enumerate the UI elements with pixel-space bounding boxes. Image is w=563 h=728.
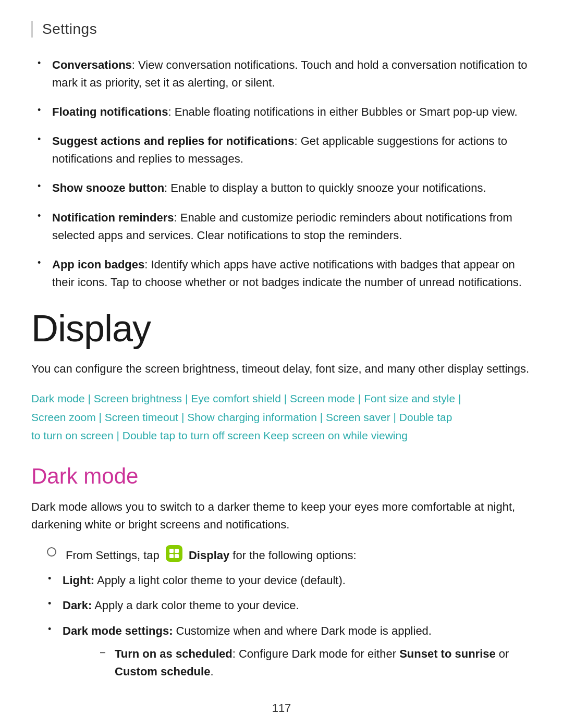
bullet-bold: Floating notifications xyxy=(52,105,168,118)
dark-mode-bullet-list: Light: Apply a light color theme to your… xyxy=(63,572,532,680)
list-item: Floating notifications: Enable floating … xyxy=(52,103,532,121)
dash-list-item: Turn on as scheduled: Configure Dark mod… xyxy=(115,645,532,681)
bullet-bold: Show snooze button xyxy=(52,181,164,194)
from-settings-text: From Settings, tap Display for the follo… xyxy=(66,545,357,564)
list-item: Notification reminders: Enable and custo… xyxy=(52,209,532,244)
link-screen-brightness[interactable]: Screen brightness xyxy=(94,392,182,404)
bullet-text: Customize when and where Dark mode is ap… xyxy=(173,624,432,637)
list-item: Conversations: View conversation notific… xyxy=(52,56,532,92)
bullet-text: Apply a light color theme to your device… xyxy=(94,574,346,587)
link-double-tap-off[interactable]: Double tap to turn off screen xyxy=(123,429,261,441)
bullet-bold: Dark mode settings: xyxy=(63,624,173,637)
dash-list: Turn on as scheduled: Configure Dark mod… xyxy=(115,645,532,681)
page-container: Settings Conversations: View conversatio… xyxy=(0,0,563,728)
link-dark-mode[interactable]: Dark mode xyxy=(31,392,85,404)
bullet-bold: App icon badges xyxy=(52,258,144,271)
link-screen-mode[interactable]: Screen mode xyxy=(290,392,355,404)
display-intro: You can configure the screen brightness,… xyxy=(31,360,532,378)
list-item: Dark: Apply a dark color theme to your d… xyxy=(63,597,532,614)
link-screen-timeout[interactable]: Screen timeout xyxy=(105,411,178,423)
display-bold: Display xyxy=(189,549,229,562)
link-font-size[interactable]: Font size and style xyxy=(364,392,455,404)
svg-rect-0 xyxy=(169,549,174,553)
open-circle-icon xyxy=(47,547,56,557)
from-settings-row: From Settings, tap Display for the follo… xyxy=(47,545,532,564)
dash-bold2: Sunset to sunrise xyxy=(399,647,496,660)
dark-mode-section-heading: Dark mode xyxy=(31,464,532,489)
link-screen-zoom[interactable]: Screen zoom xyxy=(31,411,96,423)
display-section-heading: Display xyxy=(31,307,532,350)
bullet-text: Apply a dark color theme to your device. xyxy=(92,599,299,612)
list-item: Dark mode settings: Customize when and w… xyxy=(63,622,532,681)
display-link-nav: Dark mode | Screen brightness | Eye comf… xyxy=(31,389,532,445)
dash-text: : Configure Dark mode for either xyxy=(232,647,399,660)
dash-text3: . xyxy=(210,665,213,678)
separator: | xyxy=(355,392,364,404)
svg-rect-3 xyxy=(175,554,179,558)
link-screen-saver[interactable]: Screen saver xyxy=(326,411,390,423)
bullet-bold: Suggest actions and replies for notifica… xyxy=(52,134,295,147)
dash-bold3: Custom schedule xyxy=(115,665,210,678)
link-show-charging[interactable]: Show charging information xyxy=(187,411,317,423)
svg-rect-1 xyxy=(175,549,179,553)
separator: | xyxy=(317,411,326,423)
separator: | xyxy=(178,411,187,423)
page-title: Settings xyxy=(42,21,97,37)
separator: | xyxy=(114,429,123,441)
bullet-bold: Dark: xyxy=(63,599,92,612)
dark-mode-intro: Dark mode allows you to switch to a dark… xyxy=(31,498,532,534)
list-item: App icon badges: Identify which apps hav… xyxy=(52,256,532,291)
bullet-text: : Enable to display a button to quickly … xyxy=(164,181,486,194)
list-item: Show snooze button: Enable to display a … xyxy=(52,179,532,197)
notifications-bullet-list: Conversations: View conversation notific… xyxy=(52,56,532,291)
bullet-text: : Enable floating notifications in eithe… xyxy=(168,105,517,118)
link-eye-comfort[interactable]: Eye comfort shield xyxy=(191,392,281,404)
bullet-bold: Light: xyxy=(63,574,94,587)
svg-rect-2 xyxy=(169,554,174,558)
dash-bold: Turn on as scheduled xyxy=(115,647,232,660)
list-item: Suggest actions and replies for notifica… xyxy=(52,132,532,168)
separator: | xyxy=(281,392,290,404)
link-keep-screen-on[interactable]: Keep screen on while viewing xyxy=(263,429,408,441)
settings-header: Settings xyxy=(31,21,532,38)
list-item: Light: Apply a light color theme to your… xyxy=(63,572,532,589)
dash-text2: or xyxy=(496,647,509,660)
separator: | xyxy=(85,392,94,404)
separator: | xyxy=(96,411,105,423)
separator: | xyxy=(455,392,461,404)
display-settings-icon xyxy=(166,545,182,562)
bullet-bold: Conversations xyxy=(52,58,132,71)
separator: | xyxy=(390,411,399,423)
bullet-bold: Notification reminders xyxy=(52,211,174,224)
page-number: 117 xyxy=(31,701,532,715)
separator: | xyxy=(182,392,191,404)
